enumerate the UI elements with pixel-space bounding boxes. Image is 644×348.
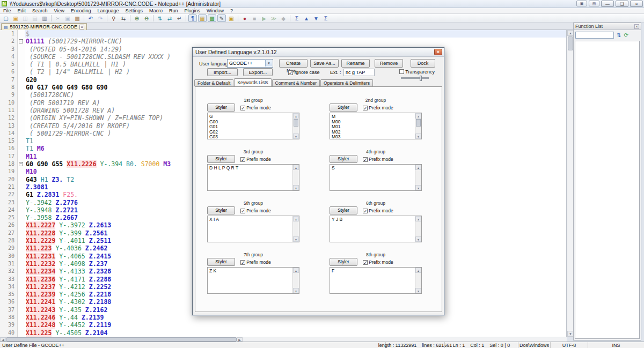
sync-scroll-v-icon[interactable]: ⇅ [156, 14, 164, 22]
keywords-textarea[interactable]: M M00 M01 M02 M03▲▼ [330, 113, 422, 139]
save-icon[interactable]: ◫ [21, 14, 30, 22]
code-line[interactable]: 2−O1111 (5001729-MIRROR-CNC) [0, 38, 566, 45]
status-eol-format[interactable]: Dos\Windows [518, 342, 550, 348]
styler-button[interactable]: Styler [330, 155, 357, 163]
prefix-mode-checkbox[interactable]: ✓ [240, 106, 245, 110]
prefix-mode-checkbox[interactable]: ✓ [363, 260, 368, 265]
styler-button[interactable]: Styler [330, 206, 357, 214]
scroll-thumb[interactable] [416, 119, 421, 127]
scroll-up-icon[interactable]: ▲ [415, 216, 421, 221]
undo-icon[interactable]: ↶ [86, 14, 95, 22]
print-icon[interactable]: ▥ [40, 14, 49, 22]
scroll-up-icon[interactable]: ▲ [415, 268, 421, 273]
open-folder-icon[interactable]: ▣ [11, 14, 20, 22]
scroll-up-icon[interactable]: ▲ [293, 165, 299, 170]
save-as-button[interactable]: Save As... [310, 59, 339, 68]
scroll-down-icon[interactable]: ▼ [415, 236, 421, 242]
export-button[interactable]: Export... [243, 68, 273, 76]
menu-item-settings[interactable]: Settings [122, 8, 147, 14]
code-line[interactable]: 40X11.225 Y-.4505 Z.2104 [0, 329, 566, 337]
indent-guide-icon[interactable]: ▦ [198, 14, 207, 22]
menu-item-language[interactable]: Language [94, 8, 122, 14]
scroll-down-icon[interactable]: ▼ [293, 236, 299, 242]
function-list-search-input[interactable] [575, 32, 614, 39]
transparency-slider-thumb[interactable] [420, 76, 422, 81]
refresh-icon[interactable]: ⟳ [624, 32, 628, 38]
menu-item-edit[interactable]: Edit [14, 8, 30, 14]
keywords-textarea[interactable]: Y J B▲▼ [330, 216, 422, 242]
styler-button[interactable]: Styler [330, 258, 357, 266]
word-wrap-icon[interactable]: ↵ [175, 14, 184, 22]
macro-save-icon[interactable]: ◆ [279, 14, 288, 22]
scroll-up-icon[interactable]: ▲ [293, 216, 299, 221]
dialog-tab-comment-number[interactable]: Comment & Number [272, 79, 320, 86]
scroll-down-icon[interactable]: ▼ [293, 185, 299, 190]
plugin-sum2-icon[interactable]: Σ [321, 14, 330, 22]
menu-item-view[interactable]: View [51, 8, 68, 14]
menu-item-[interactable]: ? [227, 8, 236, 14]
menu-item-macro[interactable]: Macro [146, 8, 166, 14]
scroll-down-icon[interactable]: ▼ [415, 134, 421, 139]
styler-button[interactable]: Styler [330, 103, 357, 112]
dialog-title-bar[interactable]: User Defined Language v.2.1.0.12 [193, 48, 444, 57]
workspace-folder-icon[interactable]: ▣ [227, 14, 236, 22]
remove-button[interactable]: Remove [375, 59, 403, 68]
dock-button[interactable]: Dock [411, 59, 435, 68]
cut-icon[interactable]: ✂ [54, 14, 62, 22]
status-typing-mode[interactable]: INS [588, 342, 644, 348]
textarea-scrollbar[interactable]: ▲▼ [415, 165, 421, 190]
minimize-button[interactable]: — [601, 1, 614, 7]
show-all-chars-icon[interactable]: ¶ [188, 14, 197, 22]
textarea-scrollbar[interactable]: ▲▼ [292, 113, 299, 139]
vertical-scroll-thumb[interactable] [568, 36, 573, 50]
prefix-mode-checkbox[interactable]: ✓ [240, 260, 245, 265]
find-icon[interactable]: ⚲ [109, 14, 118, 22]
keywords-textarea[interactable]: D H L P Q R T▲▼ [207, 164, 299, 191]
edit-pencil-icon[interactable]: ✎ [217, 14, 226, 22]
transparency-checkbox[interactable] [399, 69, 404, 74]
macro-stop-icon[interactable]: ■ [250, 14, 259, 22]
scroll-down-icon[interactable]: ▼ [293, 134, 299, 139]
ext-input[interactable]: nc g TAP [343, 69, 375, 76]
plugin-up-icon[interactable]: ▲ [302, 14, 311, 22]
styler-button[interactable]: Styler [207, 258, 235, 266]
document-tab[interactable]: ▤ 5001729-MIRROR-CNC.CODE × [1, 23, 87, 30]
textarea-scrollbar[interactable]: ▲▼ [415, 216, 421, 242]
keywords-textarea[interactable]: F▲▼ [330, 267, 422, 294]
scroll-up-icon[interactable]: ▲ [415, 165, 421, 170]
rename-button[interactable]: Rename [341, 59, 370, 68]
status-encoding[interactable]: UTF-8 [550, 342, 588, 348]
textarea-scrollbar[interactable]: ▲▼ [292, 268, 299, 293]
redo-icon[interactable]: ↷ [96, 14, 105, 22]
scroll-thumb[interactable] [294, 119, 298, 127]
zoom-out-icon[interactable]: ⊖ [142, 14, 151, 22]
plugin-sum-icon[interactable]: Σ [292, 14, 301, 22]
scroll-left-icon[interactable]: ◀ [0, 337, 6, 342]
sort-icon[interactable]: ⇅ [617, 32, 621, 38]
menu-item-window[interactable]: Window [203, 8, 227, 14]
dialog-tab-operators-delimiters[interactable]: Operators & Delimiters [320, 79, 373, 86]
textarea-scrollbar[interactable]: ▲▼ [415, 113, 421, 139]
scroll-up-icon[interactable]: ▲ [415, 113, 421, 119]
styler-button[interactable]: Styler [207, 155, 235, 163]
scroll-down-icon[interactable]: ▼ [293, 288, 299, 293]
menu-item-plugins[interactable]: Plugins [181, 8, 204, 14]
menu-item-encoding[interactable]: Encoding [68, 8, 94, 14]
code-line[interactable]: 39X11.2248 Y-.4452 Z.2119 [0, 321, 566, 329]
macro-record-icon[interactable]: ● [240, 14, 249, 22]
replace-icon[interactable]: ⇆ [119, 14, 128, 22]
copy-icon[interactable]: ▣ [63, 14, 72, 22]
horizontal-scroll-thumb[interactable] [6, 337, 237, 342]
close-button[interactable]: × [630, 1, 643, 7]
editor-vertical-scrollbar[interactable]: ▲ ▼ [567, 30, 573, 337]
transparency-slider[interactable] [401, 77, 429, 79]
new-file-icon[interactable]: ▢ [2, 14, 10, 22]
restore-button[interactable]: ❑ [616, 1, 628, 7]
keywords-textarea[interactable]: G G00 G01 G02 G03▲▼ [207, 113, 299, 139]
macro-play-icon[interactable]: ▶ [260, 14, 268, 22]
dialog-close-button[interactable]: × [434, 49, 442, 55]
textarea-scrollbar[interactable]: ▲▼ [292, 216, 299, 242]
scroll-up-icon[interactable]: ▲ [293, 113, 299, 119]
code-line[interactable]: 1$ [0, 30, 566, 38]
textarea-scrollbar[interactable]: ▲▼ [292, 165, 299, 190]
